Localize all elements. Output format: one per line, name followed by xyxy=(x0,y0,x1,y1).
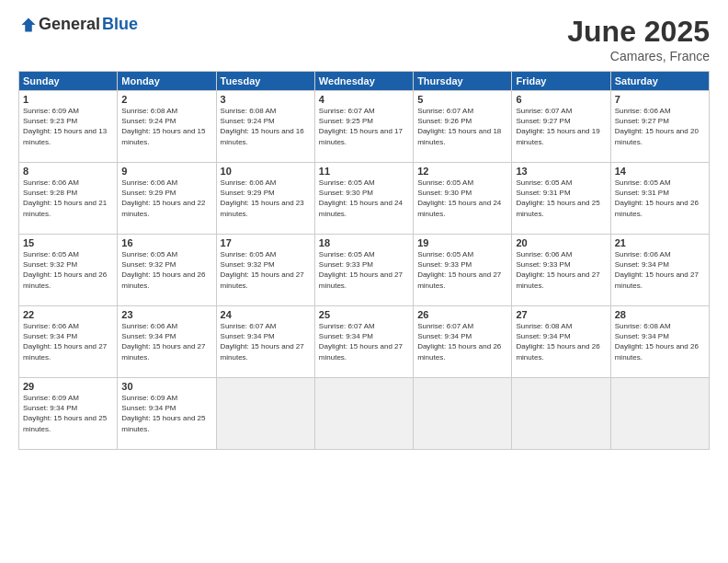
day-info: Sunrise: 6:08 AMSunset: 9:34 PMDaylight:… xyxy=(516,321,606,362)
calendar-cell: 14 Sunrise: 6:05 AMSunset: 9:31 PMDaylig… xyxy=(610,163,709,235)
day-info: Sunrise: 6:05 AMSunset: 9:31 PMDaylight:… xyxy=(615,178,705,219)
day-info: Sunrise: 6:07 AMSunset: 9:27 PMDaylight:… xyxy=(516,106,606,147)
calendar-week-3: 15 Sunrise: 6:05 AMSunset: 9:32 PMDaylig… xyxy=(19,235,710,306)
page: General Blue June 2025 Camares, France S… xyxy=(0,0,728,563)
day-info: Sunrise: 6:06 AMSunset: 9:29 PMDaylight:… xyxy=(221,178,311,219)
day-number: 10 xyxy=(221,166,311,177)
day-number: 11 xyxy=(319,166,409,177)
calendar-cell: 30 Sunrise: 6:09 AMSunset: 9:34 PMDaylig… xyxy=(118,378,216,450)
calendar-cell: 23 Sunrise: 6:06 AMSunset: 9:34 PMDaylig… xyxy=(118,306,216,378)
day-info: Sunrise: 6:05 AMSunset: 9:32 PMDaylight:… xyxy=(121,249,211,291)
calendar-cell: 27 Sunrise: 6:08 AMSunset: 9:34 PMDaylig… xyxy=(512,306,610,378)
day-info: Sunrise: 6:09 AMSunset: 9:23 PMDaylight:… xyxy=(23,106,113,147)
calendar-cell xyxy=(216,378,314,450)
col-monday: Monday xyxy=(118,72,216,91)
col-sunday: Sunday xyxy=(19,72,118,91)
calendar-cell: 4 Sunrise: 6:07 AMSunset: 9:25 PMDayligh… xyxy=(314,91,413,163)
month-title: June 2025 xyxy=(567,15,710,49)
calendar-cell: 9 Sunrise: 6:06 AMSunset: 9:29 PMDayligh… xyxy=(118,163,216,235)
calendar-cell: 15 Sunrise: 6:05 AMSunset: 9:32 PMDaylig… xyxy=(19,235,118,306)
location: Camares, France xyxy=(567,49,710,63)
calendar-week-5: 29 Sunrise: 6:09 AMSunset: 9:34 PMDaylig… xyxy=(19,378,710,450)
calendar-cell: 26 Sunrise: 6:07 AMSunset: 9:34 PMDaylig… xyxy=(414,306,512,378)
day-number: 5 xyxy=(417,94,507,105)
day-info: Sunrise: 6:05 AMSunset: 9:33 PMDaylight:… xyxy=(319,249,409,291)
calendar-cell: 3 Sunrise: 6:08 AMSunset: 9:24 PMDayligh… xyxy=(216,91,314,163)
header-row: Sunday Monday Tuesday Wednesday Thursday… xyxy=(19,72,710,91)
calendar-cell xyxy=(610,378,709,450)
calendar-cell xyxy=(512,378,610,450)
day-info: Sunrise: 6:05 AMSunset: 9:31 PMDaylight:… xyxy=(516,178,606,219)
day-number: 19 xyxy=(417,237,507,248)
day-number: 9 xyxy=(121,166,211,177)
calendar-cell: 17 Sunrise: 6:05 AMSunset: 9:32 PMDaylig… xyxy=(216,235,314,306)
calendar-cell xyxy=(414,378,512,450)
calendar-cell: 10 Sunrise: 6:06 AMSunset: 9:29 PMDaylig… xyxy=(216,163,314,235)
calendar-cell: 11 Sunrise: 6:05 AMSunset: 9:30 PMDaylig… xyxy=(314,163,413,235)
day-number: 20 xyxy=(516,237,606,248)
calendar-cell: 16 Sunrise: 6:05 AMSunset: 9:32 PMDaylig… xyxy=(118,235,216,306)
day-number: 14 xyxy=(615,166,705,177)
day-number: 27 xyxy=(516,309,606,320)
day-number: 23 xyxy=(121,309,211,320)
day-number: 13 xyxy=(516,166,606,177)
calendar-cell: 20 Sunrise: 6:06 AMSunset: 9:33 PMDaylig… xyxy=(512,235,610,306)
day-info: Sunrise: 6:06 AMSunset: 9:28 PMDaylight:… xyxy=(23,178,113,219)
day-info: Sunrise: 6:07 AMSunset: 9:25 PMDaylight:… xyxy=(319,106,409,147)
day-number: 12 xyxy=(417,166,507,177)
calendar-cell: 1 Sunrise: 6:09 AMSunset: 9:23 PMDayligh… xyxy=(19,91,118,163)
day-info: Sunrise: 6:08 AMSunset: 9:24 PMDaylight:… xyxy=(121,106,211,147)
day-info: Sunrise: 6:09 AMSunset: 9:34 PMDaylight:… xyxy=(121,393,211,434)
calendar-cell: 12 Sunrise: 6:05 AMSunset: 9:30 PMDaylig… xyxy=(414,163,512,235)
calendar-cell: 8 Sunrise: 6:06 AMSunset: 9:28 PMDayligh… xyxy=(19,163,118,235)
logo-icon xyxy=(20,17,37,33)
day-info: Sunrise: 6:07 AMSunset: 9:26 PMDaylight:… xyxy=(417,106,507,147)
day-number: 17 xyxy=(221,237,311,248)
calendar-cell: 22 Sunrise: 6:06 AMSunset: 9:34 PMDaylig… xyxy=(19,306,118,378)
col-tuesday: Tuesday xyxy=(216,72,314,91)
day-number: 1 xyxy=(23,94,113,105)
day-info: Sunrise: 6:05 AMSunset: 9:30 PMDaylight:… xyxy=(319,178,409,219)
col-thursday: Thursday xyxy=(414,72,512,91)
day-info: Sunrise: 6:05 AMSunset: 9:32 PMDaylight:… xyxy=(23,249,113,291)
day-number: 25 xyxy=(319,309,409,320)
logo-blue-text: Blue xyxy=(102,15,138,34)
day-number: 24 xyxy=(221,309,311,320)
title-block: June 2025 Camares, France xyxy=(567,15,710,63)
day-info: Sunrise: 6:06 AMSunset: 9:34 PMDaylight:… xyxy=(615,249,705,291)
day-number: 7 xyxy=(615,94,705,105)
day-number: 22 xyxy=(23,309,113,320)
day-number: 15 xyxy=(23,237,113,248)
day-number: 30 xyxy=(121,381,211,392)
day-number: 2 xyxy=(121,94,211,105)
day-info: Sunrise: 6:07 AMSunset: 9:34 PMDaylight:… xyxy=(221,321,311,362)
day-number: 21 xyxy=(615,237,705,248)
calendar-body: 1 Sunrise: 6:09 AMSunset: 9:23 PMDayligh… xyxy=(19,91,710,450)
calendar-cell: 2 Sunrise: 6:08 AMSunset: 9:24 PMDayligh… xyxy=(118,91,216,163)
calendar-cell: 13 Sunrise: 6:05 AMSunset: 9:31 PMDaylig… xyxy=(512,163,610,235)
calendar-cell: 25 Sunrise: 6:07 AMSunset: 9:34 PMDaylig… xyxy=(314,306,413,378)
calendar-cell: 5 Sunrise: 6:07 AMSunset: 9:26 PMDayligh… xyxy=(414,91,512,163)
calendar-cell: 29 Sunrise: 6:09 AMSunset: 9:34 PMDaylig… xyxy=(19,378,118,450)
logo-general-text: General xyxy=(39,15,100,34)
day-info: Sunrise: 6:06 AMSunset: 9:34 PMDaylight:… xyxy=(23,321,113,362)
calendar-cell: 7 Sunrise: 6:06 AMSunset: 9:27 PMDayligh… xyxy=(610,91,709,163)
day-info: Sunrise: 6:06 AMSunset: 9:29 PMDaylight:… xyxy=(121,178,211,219)
col-wednesday: Wednesday xyxy=(314,72,413,91)
calendar-cell: 28 Sunrise: 6:08 AMSunset: 9:34 PMDaylig… xyxy=(610,306,709,378)
header: General Blue June 2025 Camares, France xyxy=(18,15,710,63)
calendar-cell: 6 Sunrise: 6:07 AMSunset: 9:27 PMDayligh… xyxy=(512,91,610,163)
col-friday: Friday xyxy=(512,72,610,91)
calendar-cell: 18 Sunrise: 6:05 AMSunset: 9:33 PMDaylig… xyxy=(314,235,413,306)
day-info: Sunrise: 6:09 AMSunset: 9:34 PMDaylight:… xyxy=(23,393,113,434)
day-number: 6 xyxy=(516,94,606,105)
calendar-cell xyxy=(314,378,413,450)
day-number: 3 xyxy=(221,94,311,105)
calendar-table: Sunday Monday Tuesday Wednesday Thursday… xyxy=(18,71,710,450)
calendar-week-4: 22 Sunrise: 6:06 AMSunset: 9:34 PMDaylig… xyxy=(19,306,710,378)
day-info: Sunrise: 6:07 AMSunset: 9:34 PMDaylight:… xyxy=(417,321,507,362)
day-info: Sunrise: 6:06 AMSunset: 9:27 PMDaylight:… xyxy=(615,106,705,147)
day-number: 16 xyxy=(121,237,211,248)
day-number: 26 xyxy=(417,309,507,320)
day-info: Sunrise: 6:05 AMSunset: 9:32 PMDaylight:… xyxy=(221,249,311,291)
